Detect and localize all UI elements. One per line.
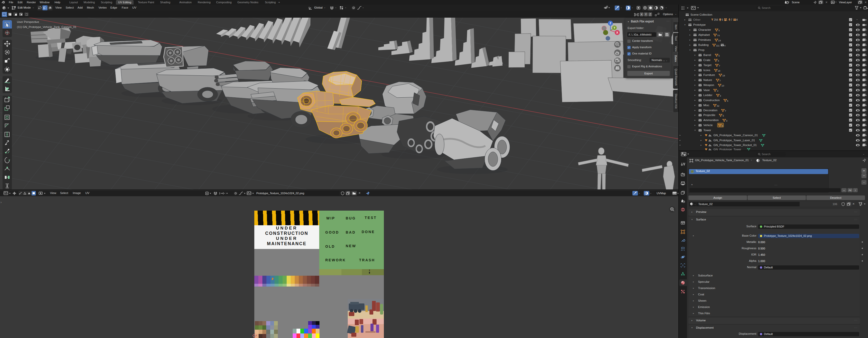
svg-text:X: X	[616, 31, 618, 34]
svg-text:Y: Y	[614, 27, 616, 29]
svg-text:Z: Z	[610, 22, 612, 25]
